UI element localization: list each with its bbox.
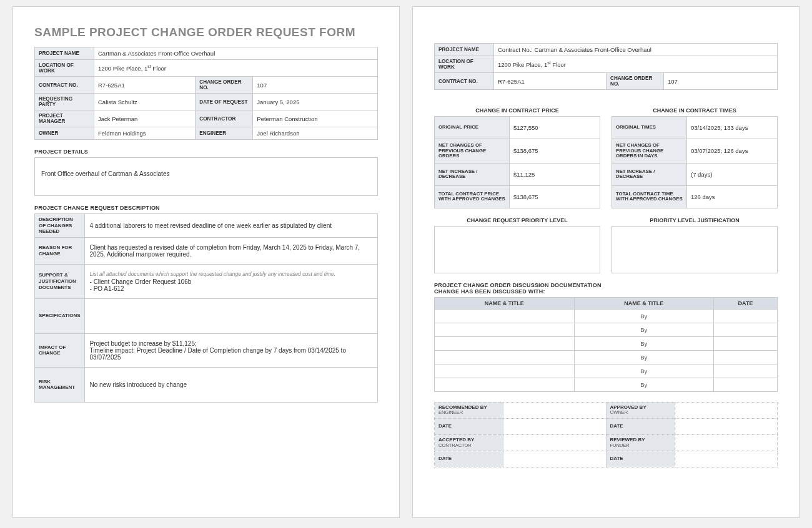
label-recommended-by: RECOMMENDED BY ENGINEER (435, 402, 503, 418)
value-original-price: $127,550 (510, 117, 600, 139)
value-date-of-request: January 5, 2025 (253, 94, 378, 110)
section-priority-justification: PRIORITY LEVEL JUSTIFICATION (611, 217, 778, 223)
form-title: SAMPLE PROJECT CHANGE ORDER REQUEST FORM (34, 26, 378, 39)
value-owner: Feldman Holdings (94, 127, 196, 140)
value-reviewed-by (675, 434, 778, 451)
times-table: ORIGINAL TIMES 03/14/2025; 133 days NET … (611, 116, 778, 208)
value-change-order-no-p2: 107 (664, 73, 778, 90)
label-contractor: CONTRACTOR (196, 110, 253, 127)
label-engineer: ENGINEER (196, 127, 253, 140)
discussion-table: NAME & TITLE NAME & TITLE DATE (434, 297, 778, 392)
value-change-order-no: 107 (253, 77, 378, 94)
page-1: SAMPLE PROJECT CHANGE ORDER REQUEST FORM… (12, 6, 400, 518)
table-row (435, 323, 778, 336)
value-location-p2: 1200 Pike Place, 1st Floor (494, 56, 778, 73)
value-net-increase-times: (7 days) (687, 163, 778, 185)
price-table: ORIGINAL PRICE $127,550 NET CHANGES OF P… (434, 116, 600, 208)
value-support-docs: List all attached documents which suppor… (84, 264, 377, 298)
label-project-name: PROJECT NAME (35, 47, 94, 60)
priority-justification-box (611, 226, 778, 273)
table-row (435, 350, 778, 364)
label-date-3: DATE (435, 451, 503, 467)
header-table-p2: PROJECT NAME Contract No.: Cartman & Ass… (434, 43, 778, 90)
label-change-order-no-p2: CHANGE ORDER NO. (607, 73, 664, 90)
label-requesting-party: REQUESTING PARTY (35, 94, 94, 110)
label-owner: OWNER (35, 127, 94, 140)
value-desc-changes: 4 additional laborers to meet revised de… (84, 214, 377, 238)
change-request-table: DESCRIPTION OF CHANGES NEEDED 4 addition… (34, 213, 378, 403)
value-date-4 (675, 451, 778, 467)
label-net-increase-times: NET INCREASE / DECREASE (612, 163, 687, 185)
label-total-time-approved: TOTAL CONTRACT TIME WITH APPROVED CHANGE… (612, 185, 687, 208)
value-reason-for-change: Client has requested a revised date of c… (84, 237, 377, 264)
value-date-2 (675, 418, 778, 434)
value-date-3 (503, 451, 607, 467)
label-date-of-request: DATE OF REQUEST (196, 94, 253, 110)
label-reason-for-change: REASON FOR CHANGE (35, 237, 85, 264)
table-row (435, 336, 778, 350)
value-specifications (84, 298, 377, 333)
value-original-times: 03/14/2025; 133 days (687, 117, 778, 139)
value-risk-mgmt: No new risks introduced by change (84, 367, 377, 402)
col-name-title-2: NAME & TITLE (574, 297, 714, 309)
col-date: DATE (714, 297, 778, 309)
table-row (435, 378, 778, 391)
value-location: 1200 Pike Place, 1st Floor (94, 60, 378, 77)
label-accepted-by: ACCEPTED BY CONTRACTOR (435, 434, 503, 451)
price-column: CHANGE IN CONTRACT PRICE ORIGINAL PRICE … (434, 99, 600, 273)
value-contractor: Peterman Construction (253, 110, 378, 127)
value-project-name: Cartman & Associates Front-Office Overha… (94, 47, 378, 60)
times-column: CHANGE IN CONTRACT TIMES ORIGINAL TIMES … (611, 99, 778, 273)
header-table: PROJECT NAME Cartman & Associates Front-… (34, 47, 378, 140)
value-date-1 (503, 418, 607, 434)
signature-table: RECOMMENDED BY ENGINEER APPROVED BY OWNE… (434, 402, 778, 467)
value-impact-of-change: Project budget to increase by $11,125; T… (84, 333, 377, 367)
label-original-price: ORIGINAL PRICE (435, 117, 510, 139)
label-date-4: DATE (606, 451, 675, 467)
value-net-changes-prev-days: 03/07/2025; 126 days (687, 139, 778, 164)
label-net-increase-price: NET INCREASE / DECREASE (435, 163, 510, 185)
label-reviewed-by: REVIEWED BY FUNDER (606, 434, 675, 451)
table-row (435, 364, 778, 378)
label-project-manager: PROJECT MANAGER (35, 110, 94, 127)
value-project-name-p2: Contract No.: Cartman & Associates Front… (494, 44, 778, 56)
label-support-docs: SUPPORT & JUSTIFICATION DOCUMENTS (35, 264, 85, 298)
label-date-2: DATE (606, 418, 675, 434)
section-discussion-doc: PROJECT CHANGE ORDER DISCUSSION DOCUMENT… (434, 282, 778, 288)
label-net-changes-prev-price: NET CHANGES OF PREVIOUS CHANGE ORDERS (435, 139, 510, 164)
section-priority-level: CHANGE REQUEST PRIORITY LEVEL (434, 217, 600, 223)
label-change-order-no: CHANGE ORDER NO. (196, 77, 253, 94)
section-change-request-desc: PROJECT CHANGE REQUEST DESCRIPTION (34, 205, 378, 211)
label-impact-of-change: IMPACT OF CHANGE (35, 333, 85, 367)
section-change-in-price: CHANGE IN CONTRACT PRICE (434, 107, 600, 114)
label-contract-no: CONTRACT NO. (35, 77, 94, 94)
label-approved-by: APPROVED BY OWNER (606, 402, 675, 418)
value-engineer: Joel Richardson (253, 127, 378, 140)
value-requesting-party: Calista Schultz (94, 94, 196, 110)
label-risk-mgmt: RISK MANAGEMENT (35, 367, 85, 402)
value-project-manager: Jack Peterman (94, 110, 196, 127)
table-row (435, 309, 778, 323)
value-accepted-by (503, 434, 607, 451)
value-total-price-approved: $138,675 (510, 185, 600, 208)
label-desc-changes: DESCRIPTION OF CHANGES NEEDED (35, 214, 85, 238)
value-total-time-approved: 126 days (687, 185, 778, 208)
col-name-title-1: NAME & TITLE (435, 297, 575, 309)
label-project-name-p2: PROJECT NAME (435, 44, 494, 56)
page-2: PROJECT NAME Contract No.: Cartman & Ass… (412, 6, 800, 518)
label-net-changes-prev-days: NET CHANGES OF PREVIOUS CHANGE ORDERS IN… (612, 139, 687, 164)
value-approved-by (675, 402, 778, 418)
value-contract-no-p2: R7-625A1 (494, 73, 607, 90)
label-specifications: SPECIFICATIONS (35, 298, 85, 333)
label-contract-no-p2: CONTRACT NO. (435, 73, 494, 90)
project-details-box: Front Office overhaul of Cartman & Assoc… (34, 157, 378, 196)
label-original-times: ORIGINAL TIMES (612, 117, 687, 139)
label-location-p2: LOCATION OF WORK (435, 56, 494, 73)
section-discussed-with: CHANGE HAS BEEN DISCUSSED WITH: (434, 288, 778, 295)
value-recommended-by (503, 402, 607, 418)
label-date-1: DATE (435, 418, 503, 434)
section-change-in-times: CHANGE IN CONTRACT TIMES (611, 107, 778, 114)
label-location: LOCATION OF WORK (35, 60, 94, 77)
priority-level-box (434, 226, 600, 273)
value-contract-no: R7-625A1 (94, 77, 196, 94)
